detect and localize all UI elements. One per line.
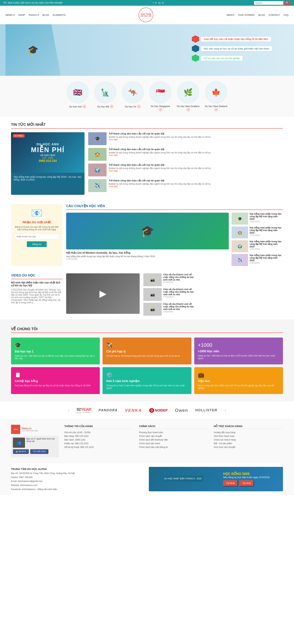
site-logo[interactable]: RAO THUE BẤT ĐỘNG SẢN [139,8,153,22]
dest-uc-flag: 🦘 [122,81,144,104]
footer-address-block: TRUNG TÂM DU HỌC ALPHA Địa chỉ: Số 62/32… [11,467,145,491]
news-thumb-0: 🎓 [88,132,107,145]
nav-blog[interactable]: BLOG [42,14,49,16]
news-link-1[interactable]: Xem tiếp [109,154,283,156]
dest-uc[interactable]: 🦘 Du học Úc ⊕ [122,81,144,111]
dest-nz2[interactable]: 🍁 Du học New Zealand ⊕ [205,81,227,111]
footer-logo-col: Webrt Webrt.vn 122 NĂM thành lập 👥 Bạn v… [11,425,59,459]
partner-noidep[interactable]: ⊙NOIDEP [149,408,168,412]
nav-our-stories[interactable]: OUR STORIES [238,14,255,16]
news-item-3: ✈️ Trở thành công dân toàn cầu với trại … [88,179,283,192]
footer-policy-0[interactable]: Phương thức thanh toán [139,431,208,434]
nav-contact[interactable]: CONTACT [269,14,280,16]
video-side-title-1: Chia sẻ của Khánh Linh về cuộc sống của … [163,288,195,296]
dest-singapore-plus[interactable]: ⊕ [159,108,162,111]
nav-blog-right[interactable]: BLOG [258,14,265,16]
about-card-icon-0: 🎓 [15,342,21,348]
news-thumb-3: ✈️ [88,179,107,192]
nav-demo[interactable]: DEMO ▾ [5,14,15,16]
nav-pages[interactable]: PAGES ▾ [29,14,38,16]
video-side: 📸 Chia sẻ của Khánh Linh về cuộc sống củ… [143,273,195,316]
dest-nz1-plus[interactable]: ⊕ [187,108,190,111]
dest-uc-plus[interactable]: ⊕ [137,105,141,108]
about-card-desc-0: Delta du học- Việt Nam sứ hào là đổi tác… [15,355,96,360]
search-button[interactable]: 🔍 [284,1,290,5]
dest-anh-plus[interactable]: ⊕ [83,105,86,108]
social-email[interactable]: ✉ [162,2,164,4]
footer-promo-label: DU HỌC NHẬT BẢN THÁNG 5 - 2019 [164,477,202,480]
newsletter-email-input[interactable] [15,234,59,240]
about-card-0: 🎓 Đại học top 1 Delta du học- Việt Nam s… [11,338,100,364]
social-facebook[interactable]: f [153,2,153,4]
footer-follow-btn[interactable]: Tìm hiểu thêm [30,449,48,454]
video-side-info-0: Chia sẻ của Khánh Linh về cuộc sống của … [163,273,195,286]
nav-about[interactable]: ABOUT [226,14,235,16]
news-main-card: 30 TRIỆU DU HỌC ANH MIỄN PHÍ VÉ MÁY BAY … [11,132,84,195]
footer-policy-1[interactable]: Chính sách vận chuyển [139,435,208,438]
dest-singapore-label: Du học Singapore ⊕ [151,105,170,111]
partner-owen[interactable]: Owen [175,408,188,413]
footer-company-name: TRUNG TÂM DU HỌC ALPHA [11,468,47,470]
dest-singapore[interactable]: 🇸🇬 Du học Singapore ⊕ [149,81,171,111]
news-link-2[interactable]: Xem tiếp [109,170,283,172]
about-section: VỀ CHÚNG TÔI 🎓 Đại học top 1 Delta du họ… [0,319,294,401]
news-promo-badge: 30 TRIỆU [13,134,25,138]
footer-support-1[interactable]: Hình thức thanh toán [214,435,283,438]
footer-preview-info: Bạn và 17 người khác thích nội dung này [26,438,57,448]
footer-promo-buttons: Tại Nhật Tại Nhật [223,480,269,486]
partner-hollister[interactable]: HOLLISTER [195,408,217,412]
search-input[interactable] [254,1,283,5]
about-grid: 🎓 Đại học top 1 Delta du học- Việt Nam s… [11,338,283,394]
dest-anh[interactable]: 🇬🇧 Du học Anh ⊕ [67,81,89,111]
footer-support-3[interactable]: Đổi - trả sản phẩm [214,442,283,445]
partner-pandora[interactable]: PANDORA [99,408,118,412]
social-instagram[interactable]: in [155,2,157,4]
story-side-title-3: Học bổng toàn phần trung học công lập Mỹ… [250,254,283,262]
footer-store-title: THÔNG TIN CỦA HÀNG [64,425,134,429]
footer-promo-btn2[interactable]: Tại Nhật [239,480,254,486]
nav-faq[interactable]: FAQ [284,14,289,16]
video-side-date-0: 27/02/2019 [163,281,195,283]
video-main-thumb[interactable]: ▶ [66,273,140,314]
news-link-3[interactable]: Xem tiếp [109,185,283,188]
about-card-desc-5: Định hướng việc làm chiến lược kinh tế s… [198,384,279,390]
nav-shop[interactable]: SHOP [18,14,25,16]
footer-support-4[interactable]: Hình thức vận chuyển [214,446,283,448]
about-card-2: +1000 +1000 Học viên Delta du học- Việt … [194,338,283,364]
footer-policy-3[interactable]: Chính sách bảo hành [139,442,208,445]
footer-policy-2[interactable]: Chính sách đổi nhà/hoàn tiền [139,438,208,441]
about-card-icon-4: ⚙️ [106,372,113,378]
nav-elements[interactable]: ELEMENTS [53,14,66,16]
story-side-title-0: Học bổng toàn phần trung học công lập Mỹ… [250,213,283,220]
news-link-0[interactable]: Xem tiếp [109,138,283,141]
footer-policy-4[interactable]: Chính sách bảo mật thông tin [139,446,208,448]
dest-nz2-plus[interactable]: ⊕ [214,108,218,111]
footer-bottom: TRUNG TÂM DU HỌC ALPHA Địa chỉ: Số 62/32… [11,463,283,495]
footer-support-0[interactable]: Hướng dẫn mua hàng [214,431,283,434]
story-side-date-0: 17/01/2019 [250,220,283,222]
stories-grid: 🎓 Hội thảo Uni of Western Australia: du … [66,213,283,266]
footer-policy-title: CHÍNH SÁCH [139,425,208,429]
dest-my-plus[interactable]: ⊕ [110,105,113,108]
partner-92year[interactable]: 92YEAR MADE TO WEAR [77,407,91,414]
footer-promo-btn1[interactable]: Tại Nhật [223,480,238,486]
social-twitter[interactable]: tw [158,2,160,4]
newsletter-submit-button[interactable]: Đăng ký [27,241,47,247]
footer-support-2[interactable]: Chăm sóc khách hàng [214,438,283,441]
partners-next-arrow[interactable]: › [225,408,226,412]
partner-venka[interactable]: VENKA [125,408,142,413]
news-headline-box: DU HỌC ANH MIỄN PHÍ VÉ MÁY BAY (1/5 - 25… [29,141,66,164]
partners-prev-arrow[interactable]: ‹ [68,408,69,412]
dest-my[interactable]: 🗽 Du học Mỹ ⊕ [94,81,116,111]
about-card-icon-3: 📋 [15,372,21,378]
dest-nz1[interactable]: 🌿 Du học New Zealand ⊕ [177,81,199,111]
about-card-desc-1: Chi phí hợp lý, tối không không phát sin… [106,355,180,357]
footer-facebook-btn[interactable]: 👍 Đã thích [13,449,29,454]
newsletter-desc: Đăng ký Email của bạn để chúng tôi gửi đ… [15,226,59,231]
video-side-title-2: Chia sẻ của Khánh Linh về cuộc sống của … [163,303,195,310]
video-side-thumb-0: 📸 [143,273,162,286]
video-section: VIDEO DU HỌC Nữ sinh đạt điểm luận văn c… [0,270,294,319]
about-card-desc-3: Các hợp đồng hồ sơ du học tại đây có cơ … [15,384,91,387]
newsletter-icon: 📧 [15,208,59,218]
story-side-3: ✈️ Học bổng toàn phần trung học công lập… [232,254,283,266]
